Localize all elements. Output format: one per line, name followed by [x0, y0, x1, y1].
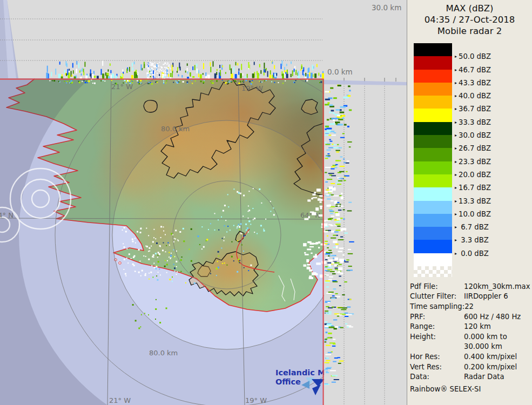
- metadata-value: 22: [464, 302, 474, 312]
- info-sidebar: MAX (dBZ) 04:35 / 27-Oct-2018 Mobile rad…: [407, 0, 532, 405]
- legend-row: ▸46.7 dBZ: [414, 56, 452, 69]
- metadata-value: 30.000 km: [464, 342, 502, 352]
- logo-text-line2: Office: [275, 377, 301, 386]
- legend-arrow-icon: ▸: [455, 93, 457, 98]
- legend-threshold-label: ▸40.0 dBZ: [455, 92, 525, 100]
- dbz-color-legend: ▸50.0 dBZ▸46.7 dBZ▸43.3 dBZ▸40.0 dBZ▸36.…: [414, 43, 527, 277]
- legend-row: ▸40.0 dBZ: [414, 83, 452, 96]
- legend-threshold-label: ▸20.0 dBZ: [455, 170, 525, 178]
- legend-row: ▸33.3 dBZ: [414, 109, 452, 122]
- legend-row: ▸16.7 dBZ: [414, 174, 452, 187]
- metadata-value: 0.200 km/pixel: [464, 362, 517, 373]
- legend-threshold-label: ▸36.7 dBZ: [455, 105, 525, 113]
- scan-metadata: Pdf File:120km_30km.maxClutter Filter:II…: [410, 282, 532, 382]
- legend-arrow-icon: ▸: [455, 106, 457, 111]
- legend-arrow-icon: ▸: [455, 67, 457, 72]
- legend-arrow-icon: ▸: [455, 54, 457, 59]
- legend-row: ▸ 3.3 dBZ: [414, 227, 452, 240]
- product-name: MAX (dBZ): [407, 3, 532, 14]
- legend-threshold-label: ▸33.3 dBZ: [455, 118, 525, 126]
- metadata-label: Data:: [410, 372, 464, 382]
- metadata-label: Clutter Filter:: [410, 292, 464, 302]
- map-grid-label: 19° W: [241, 84, 263, 92]
- scan-timestamp: 04:35 / 27-Oct-2018: [407, 14, 532, 25]
- legend-transparent-block: [414, 266, 452, 277]
- metadata-label: Time sampling:: [410, 302, 464, 312]
- legend-arrow-icon: ▸: [455, 238, 457, 242]
- metadata-row: Range:120 km: [410, 322, 532, 332]
- height-scale-label: 30.0 km: [372, 3, 401, 12]
- legend-arrow-icon: ▸: [455, 172, 457, 177]
- legend-arrow-icon: ▸: [455, 211, 457, 216]
- metadata-row: Clutter Filter:IIRDoppler 6: [410, 292, 532, 302]
- map-grid-label: 64° N: [0, 211, 14, 219]
- metadata-value: 0.000 km to: [464, 332, 507, 342]
- legend-threshold-label: ▸43.3 dBZ: [455, 78, 525, 86]
- metadata-row: 30.000 km: [410, 342, 532, 352]
- map-grid-label: 80.0 km: [149, 349, 178, 357]
- metadata-label: Pdf File:: [410, 282, 464, 292]
- metadata-value: 0.400 km/pixel: [464, 352, 517, 362]
- legend-row: ▸50.0 dBZ: [414, 43, 452, 56]
- legend-arrow-icon: ▸: [455, 80, 457, 85]
- legend-threshold-label: ▸ 3.3 dBZ: [455, 236, 525, 244]
- legend-row: ▸ 6.7 dBZ: [414, 214, 452, 227]
- metadata-row: Vert Res:0.200 km/pixel: [410, 362, 532, 373]
- legend-arrow-icon: ▸: [455, 225, 457, 230]
- map-grid-label: 19° W: [245, 396, 267, 404]
- metadata-label: Vert Res:: [410, 362, 464, 373]
- legend-threshold-label: ▸23.3 dBZ: [455, 157, 525, 165]
- metadata-row: Time sampling:22: [410, 302, 532, 312]
- radar-name: Mobile radar 2: [407, 25, 532, 37]
- legend-row: ▸20.0 dBZ: [414, 161, 452, 174]
- legend-row: ▸13.3 dBZ: [414, 187, 452, 200]
- legend-arrow-icon: ▸: [455, 159, 457, 164]
- legend-arrow-icon: ▸: [455, 119, 457, 124]
- metadata-label: Height:: [410, 332, 464, 342]
- legend-threshold-label: ▸46.7 dBZ: [455, 65, 525, 73]
- legend-row: ▸26.7 dBZ: [414, 135, 452, 148]
- legend-arrow-icon: ▸: [455, 185, 457, 190]
- metadata-label: PRF:: [410, 312, 464, 322]
- legend-threshold-label: ▸ 0.0 dBZ: [455, 249, 525, 257]
- metadata-value: 120km_30km.max: [464, 282, 530, 292]
- metadata-row: Height:0.000 km to: [410, 332, 532, 342]
- metadata-value: IIRDoppler 6: [464, 292, 508, 302]
- legend-row: ▸ 0.0 dBZ: [414, 240, 452, 253]
- legend-threshold-label: ▸10.0 dBZ: [455, 210, 525, 218]
- metadata-label: Range:: [410, 322, 464, 332]
- metadata-row: Pdf File:120km_30km.max: [410, 282, 532, 292]
- legend-row: ▸10.0 dBZ: [414, 201, 452, 214]
- radar-display-window: 30.0 km0.0 km: [0, 0, 532, 405]
- map-grid-label: 80.0 km: [161, 125, 190, 133]
- height-scale-label: 0.0 km: [327, 68, 353, 76]
- legend-threshold-label: ▸13.3 dBZ: [455, 197, 525, 205]
- legend-row: ▸43.3 dBZ: [414, 70, 452, 83]
- metadata-row: Hor Res:0.400 km/pixel: [410, 352, 532, 362]
- legend-threshold-label: ▸16.7 dBZ: [455, 184, 525, 192]
- legend-arrow-icon: ▸: [455, 198, 457, 203]
- legend-arrow-icon: ▸: [455, 251, 457, 255]
- software-brand: Rainbow® SELEX-SI: [410, 385, 532, 393]
- metadata-value: Radar Data: [464, 372, 504, 382]
- legend-threshold-label: ▸26.7 dBZ: [455, 144, 525, 152]
- legend-threshold-label: ▸50.0 dBZ: [455, 52, 525, 60]
- legend-threshold-label: ▸30.0 dBZ: [455, 131, 525, 139]
- metadata-value: 600 Hz / 480 Hz: [464, 312, 521, 322]
- legend-arrow-icon: ▸: [455, 146, 457, 151]
- metadata-row: PRF:600 Hz / 480 Hz: [410, 312, 532, 322]
- product-header: MAX (dBZ) 04:35 / 27-Oct-2018 Mobile rad…: [407, 3, 532, 37]
- legend-row: ▸30.0 dBZ: [414, 122, 452, 135]
- legend-row: ▸36.7 dBZ: [414, 96, 452, 109]
- legend-arrow-icon: ▸: [455, 133, 457, 138]
- metadata-row: Data:Radar Data: [410, 372, 532, 382]
- metadata-value: 120 km: [464, 322, 491, 332]
- legend-threshold-label: ▸ 6.7 dBZ: [455, 223, 525, 231]
- map-grid-label: 21° W: [109, 396, 131, 404]
- radar-map-canvas[interactable]: 30.0 km0.0 km: [0, 0, 407, 405]
- legend-white-block: [414, 253, 452, 266]
- metadata-label: Hor Res:: [410, 352, 464, 362]
- metadata-label: [410, 342, 464, 352]
- legend-row: ▸23.3 dBZ: [414, 148, 452, 161]
